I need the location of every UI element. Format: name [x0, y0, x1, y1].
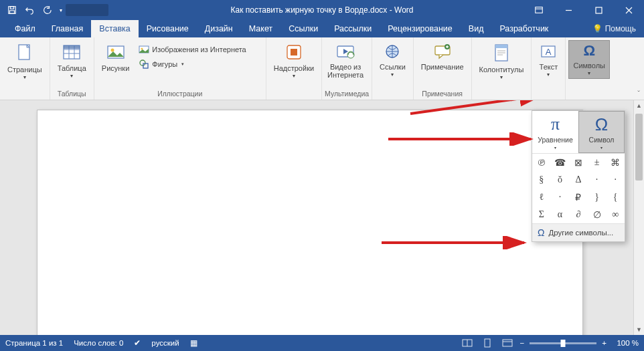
- tab-mailings[interactable]: Рассылки: [326, 20, 380, 37]
- user-profile[interactable]: [66, 4, 108, 16]
- shapes-label: Фигуры: [152, 60, 177, 68]
- scroll-up-button[interactable]: ▲: [634, 100, 644, 111]
- symbol-cell[interactable]: ·: [606, 171, 625, 189]
- window-controls: [524, 0, 644, 20]
- read-mode-button[interactable]: [460, 337, 475, 349]
- qat-customize-button[interactable]: ▾: [56, 2, 66, 18]
- save-button[interactable]: [4, 2, 20, 18]
- symbol-cell[interactable]: α: [551, 206, 570, 223]
- symbol-cell[interactable]: ∞: [606, 206, 625, 223]
- tab-insert[interactable]: Вставка: [91, 20, 138, 37]
- omega-icon: Ω: [595, 116, 608, 133]
- symbol-cell[interactable]: ℓ: [532, 189, 551, 206]
- tab-view[interactable]: Вид: [461, 20, 492, 37]
- symbol-cell[interactable]: }: [588, 189, 607, 206]
- tab-draw[interactable]: Рисование: [139, 20, 197, 37]
- web-layout-button[interactable]: [500, 337, 515, 349]
- tab-layout[interactable]: Макет: [241, 20, 280, 37]
- word-count[interactable]: Число слов: 0: [74, 339, 123, 347]
- language-status[interactable]: русский: [151, 339, 179, 347]
- minimize-button[interactable]: [554, 0, 584, 20]
- collapse-ribbon-button[interactable]: ˇ: [637, 90, 640, 98]
- symbol-label: Символ: [589, 136, 615, 144]
- tab-review[interactable]: Рецензирование: [380, 20, 461, 37]
- tab-design[interactable]: Дизайн: [197, 20, 241, 37]
- equation-label: Уравнение: [538, 136, 573, 144]
- symbol-cell[interactable]: {: [606, 189, 625, 206]
- symbol-cell[interactable]: ·: [551, 189, 570, 206]
- scroll-down-button[interactable]: ▼: [634, 324, 644, 335]
- symbol-grid: ℗ ☎ ⊠ ± ⌘ § ŏ Δ · · ℓ · ₽ } { Σ α ∂ ∅ ∞: [532, 154, 625, 223]
- symbol-cell[interactable]: ±: [588, 154, 607, 171]
- tell-me[interactable]: 💡 Помощь: [592, 20, 644, 37]
- redo-button[interactable]: [39, 2, 55, 18]
- text-label: Текст: [540, 63, 558, 71]
- addins-button[interactable]: Надстройки ▾: [269, 40, 319, 82]
- symbol-cell[interactable]: §: [532, 171, 551, 189]
- zoom-out-button[interactable]: −: [520, 339, 525, 347]
- symbol-cell[interactable]: ∂: [569, 206, 588, 223]
- table-button[interactable]: Таблица ▾: [53, 40, 91, 82]
- online-video-button[interactable]: Видео из Интернета: [325, 40, 366, 81]
- symbol-cell[interactable]: ⊠: [569, 154, 588, 171]
- chevron-down-icon: ▾: [600, 145, 602, 150]
- symbol-cell[interactable]: ŏ: [551, 171, 570, 189]
- pages-label: Страницы: [7, 66, 42, 74]
- online-pictures-button[interactable]: Изображения из Интернета: [135, 42, 249, 57]
- svg-rect-29: [485, 339, 490, 347]
- svg-point-9: [110, 49, 114, 52]
- macro-icon[interactable]: ▦: [190, 338, 197, 348]
- svg-text:A: A: [546, 47, 552, 57]
- symbol-button[interactable]: Ω Символ ▾: [578, 111, 625, 153]
- svg-rect-1: [10, 7, 13, 9]
- ribbon-options-button[interactable]: [524, 0, 554, 20]
- symbol-cell[interactable]: ℗: [532, 154, 551, 171]
- vertical-scrollbar[interactable]: ▲ ▼: [633, 100, 644, 335]
- close-button[interactable]: [614, 0, 644, 20]
- zoom-in-button[interactable]: +: [602, 339, 607, 347]
- text-button[interactable]: A Текст ▾: [534, 40, 562, 80]
- group-media: Видео из Интернета Мультимедиа: [322, 37, 372, 100]
- document-area: π Уравнение ▾ Ω Символ ▾ ℗ ☎ ⊠ ± ⌘ § ŏ Δ…: [0, 100, 644, 335]
- document-page[interactable]: [37, 110, 583, 335]
- print-layout-button[interactable]: [480, 337, 495, 349]
- group-symbols-label: [568, 96, 610, 100]
- equation-button[interactable]: π Уравнение ▾: [532, 111, 578, 153]
- chevron-down-icon: ▾: [23, 75, 26, 81]
- page-status[interactable]: Страница 1 из 1: [5, 339, 63, 347]
- chevron-down-icon: ▾: [554, 145, 556, 150]
- symbol-cell[interactable]: ₽: [569, 189, 588, 206]
- spell-check-icon[interactable]: ✔: [134, 338, 141, 348]
- undo-button[interactable]: [21, 2, 37, 18]
- symbol-cell[interactable]: ⌘: [606, 154, 625, 171]
- header-footer-button[interactable]: Колонтитулы ▾: [475, 40, 529, 83]
- zoom-slider[interactable]: [530, 342, 596, 344]
- symbols-button[interactable]: Ω Символы ▾: [568, 40, 610, 79]
- pictures-button[interactable]: Рисунки: [97, 40, 135, 74]
- svg-point-12: [140, 60, 145, 66]
- symbol-cell[interactable]: ☎: [551, 154, 570, 171]
- symbol-cell[interactable]: ·: [588, 171, 607, 189]
- tab-home[interactable]: Главная: [44, 20, 92, 37]
- zoom-level[interactable]: 100 %: [612, 339, 639, 347]
- symbol-cell[interactable]: Δ: [569, 171, 588, 189]
- pages-button[interactable]: Страницы ▾: [3, 40, 47, 83]
- symbol-cell[interactable]: ∅: [588, 206, 607, 223]
- tab-file[interactable]: Файл: [7, 20, 44, 37]
- more-symbols-button[interactable]: Ω Другие символы...: [532, 223, 625, 241]
- tab-developer[interactable]: Разработчик: [491, 20, 556, 37]
- maximize-button[interactable]: [584, 0, 614, 20]
- scrollbar-thumb[interactable]: [635, 114, 643, 181]
- links-button[interactable]: Ссылки ▾: [375, 40, 410, 80]
- symbol-cell[interactable]: Σ: [532, 206, 551, 223]
- symbols-label: Символы: [573, 62, 605, 70]
- status-bar: Страница 1 из 1 Число слов: 0 ✔ русский …: [0, 335, 644, 351]
- group-header-footer-label: [475, 96, 529, 100]
- shapes-button[interactable]: Фигуры ▾: [135, 57, 249, 72]
- comment-button[interactable]: Примечание: [416, 40, 469, 73]
- tab-references[interactable]: Ссылки: [280, 20, 326, 37]
- svg-rect-3: [535, 7, 542, 13]
- group-text: A Текст ▾: [532, 37, 566, 100]
- link-icon: [383, 43, 402, 60]
- group-links: Ссылки ▾: [372, 37, 414, 100]
